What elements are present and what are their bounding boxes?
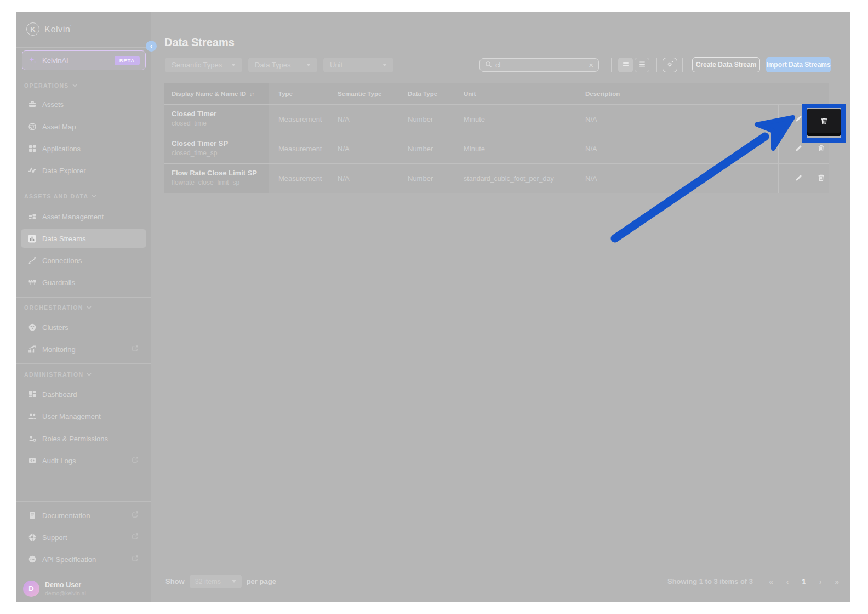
- sidebar-item-kelvinai[interactable]: KelvinAI BETA: [22, 50, 146, 70]
- sidebar-item-data-explorer[interactable]: Data Explorer: [21, 161, 146, 180]
- chevron-down-icon: [232, 580, 236, 583]
- sidebar-item-label: Documentation: [42, 511, 90, 520]
- brand-name: Kelvin': [44, 24, 71, 35]
- sidebar-item-user-management[interactable]: User Management: [21, 407, 146, 425]
- last-page-button[interactable]: »: [829, 577, 845, 586]
- chevron-down-icon: [92, 195, 96, 198]
- table-row[interactable]: Closed Timer closed_time Measurement N/A…: [164, 104, 829, 134]
- page-size-control: Show 32 items per page: [165, 575, 276, 588]
- column-header-display-name[interactable]: Display Name & Name ID↓↑: [172, 83, 254, 104]
- user-menu[interactable]: D Demo User demo@kelvin.ai: [16, 575, 151, 602]
- table-row[interactable]: Closed Timer SP closed_time_sp Measureme…: [164, 134, 829, 163]
- external-link-icon: [132, 510, 139, 520]
- sort-icon[interactable]: ↓↑: [249, 91, 254, 97]
- role-gear-icon: [27, 434, 37, 444]
- sidebar-item-dashboard[interactable]: Dashboard: [21, 385, 146, 403]
- divider: [682, 58, 683, 72]
- display-name: Closed Timer: [172, 110, 216, 118]
- sidebar-item-label: Assets: [42, 100, 64, 109]
- document-icon: [27, 511, 37, 520]
- divider: [16, 501, 151, 502]
- trash-icon: [817, 174, 825, 184]
- page-title: Data Streams: [164, 36, 235, 49]
- sidebar-item-label: Connections: [42, 257, 82, 265]
- next-page-button[interactable]: ›: [812, 577, 829, 586]
- sidebar-item-audit-logs[interactable]: Audit Logs: [21, 451, 146, 470]
- section-header-administration[interactable]: ADMINISTRATION: [24, 371, 92, 378]
- search-value: cl: [495, 61, 589, 69]
- create-data-stream-button[interactable]: Create Data Stream: [692, 57, 760, 72]
- table-row[interactable]: Flow Rate Close Limit SP flowrate_close_…: [164, 163, 829, 193]
- external-link-icon: [132, 554, 139, 564]
- divider: [16, 297, 151, 298]
- actions-separator: [778, 104, 779, 193]
- delete-row-button-highlighted[interactable]: [807, 109, 841, 136]
- external-link-icon: [132, 532, 139, 542]
- sidebar-item-asset-map[interactable]: Asset Map: [21, 117, 146, 136]
- section-header-assets-and-data[interactable]: ASSETS AND DATA: [24, 193, 96, 200]
- current-page[interactable]: 1: [796, 577, 812, 586]
- chevron-down-icon: [382, 64, 387, 66]
- sidebar-item-label: Support: [42, 533, 67, 542]
- sidebar-item-label: Data Explorer: [42, 167, 85, 175]
- sidebar-item-label: Applications: [42, 145, 81, 153]
- divider: [16, 75, 151, 75]
- page-size-select[interactable]: 32 items: [190, 575, 242, 588]
- sidebar-item-documentation[interactable]: Documentation: [21, 506, 146, 525]
- previous-page-button[interactable]: ‹: [779, 577, 796, 586]
- unit-cell: Minute: [464, 134, 485, 163]
- sidebar-item-guardrails[interactable]: Guardrails: [21, 273, 146, 292]
- sidebar-item-assets[interactable]: Assets: [21, 95, 146, 113]
- sidebar-item-label: Audit Logs: [42, 457, 76, 465]
- list-view-button[interactable]: [635, 58, 649, 72]
- delete-row-button[interactable]: [815, 173, 827, 185]
- first-page-button[interactable]: «: [763, 577, 779, 586]
- edit-row-button[interactable]: [792, 173, 804, 185]
- globe-icon: [27, 122, 37, 132]
- name-id: flowrate_close_limit_sp: [172, 179, 239, 186]
- waveform-icon: [27, 166, 37, 175]
- section-header-operations[interactable]: OPERATIONS: [24, 82, 77, 89]
- beta-badge: BETA: [115, 56, 140, 65]
- sparkle-icon: [28, 56, 37, 65]
- show-label: Show: [165, 577, 185, 585]
- edit-row-button[interactable]: [792, 143, 804, 155]
- sidebar-item-applications[interactable]: Applications: [21, 139, 146, 158]
- clear-search-icon[interactable]: ×: [589, 60, 593, 70]
- unit-filter[interactable]: Unit: [323, 58, 393, 72]
- dashboard-icon: [27, 390, 37, 399]
- display-name: Closed Timer SP: [172, 139, 228, 147]
- table-settings-button[interactable]: [663, 58, 677, 72]
- sidebar-item-support[interactable]: Support: [21, 528, 146, 547]
- data-types-filter[interactable]: Data Types: [248, 58, 317, 72]
- sidebar-item-roles-permissions[interactable]: Roles & Permissions: [21, 429, 146, 448]
- sidebar-item-label: Asset Management: [42, 213, 104, 221]
- delete-row-button[interactable]: [815, 143, 827, 155]
- rows-compact-icon: [622, 60, 630, 70]
- import-data-streams-button[interactable]: Import Data Streams: [766, 57, 831, 72]
- semantic-types-filter[interactable]: Semantic Types: [165, 58, 242, 72]
- sidebar-collapse-button[interactable]: ‹: [146, 41, 157, 52]
- kelvin-logo: K Kelvin': [26, 22, 71, 36]
- sidebar-item-connections[interactable]: Connections: [21, 251, 146, 270]
- app-window: K Kelvin' KelvinAI BETA OPERATIONS Asset…: [16, 12, 850, 602]
- api-icon: [27, 555, 37, 564]
- sidebar-item-label: User Management: [42, 412, 101, 420]
- compact-view-button[interactable]: [618, 58, 633, 72]
- users-icon: [27, 412, 37, 421]
- section-header-orchestration[interactable]: ORCHESTRATION: [24, 304, 92, 311]
- sidebar-item-data-streams[interactable]: Data Streams: [21, 229, 146, 248]
- chevron-down-icon: [87, 373, 92, 376]
- sidebar-item-asset-management[interactable]: Asset Management: [21, 207, 146, 226]
- sidebar-item-clusters[interactable]: Clusters: [21, 318, 146, 337]
- name-id: closed_time_sp: [172, 149, 217, 157]
- sidebar-item-monitoring[interactable]: Monitoring: [21, 340, 146, 359]
- sidebar-item-api-specification[interactable]: API Specification: [21, 550, 146, 568]
- table-header-row: Display Name & Name ID↓↑ Type Semantic T…: [164, 83, 829, 104]
- semantic-type-cell: N/A: [338, 134, 350, 163]
- user-email: demo@kelvin.ai: [45, 590, 86, 596]
- search-input[interactable]: cl ×: [479, 58, 599, 72]
- data-type-cell: Number: [408, 134, 433, 163]
- sidebar: K Kelvin' KelvinAI BETA OPERATIONS Asset…: [16, 12, 151, 602]
- pencil-icon: [795, 144, 803, 155]
